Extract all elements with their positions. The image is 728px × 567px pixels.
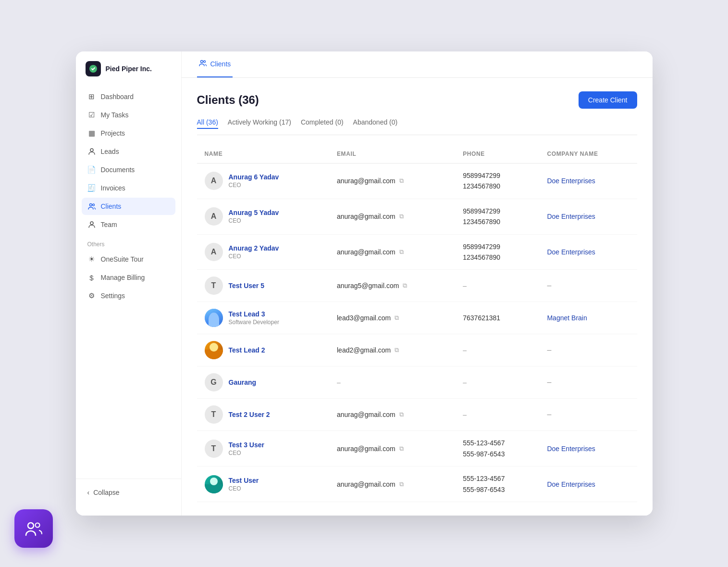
copy-email-icon[interactable]: ⧉ [395,346,399,354]
phone-cell: 555-123-4567 555-987-6543 [455,431,539,466]
copy-email-icon[interactable]: ⧉ [399,480,404,488]
phone-cell: – [455,334,539,366]
name-cell[interactable]: A Anurag 6 Yadav CEO [197,164,329,199]
svg-point-4 [90,222,93,225]
client-name[interactable]: Test User [229,477,259,484]
name-cell[interactable]: A Anurag 5 Yadav CEO [197,199,329,234]
documents-icon: 📄 [87,165,96,174]
copy-email-icon[interactable]: ⧉ [399,213,404,220]
name-cell[interactable]: A Anurag 2 Yadav CEO [197,234,329,270]
sidebar-item-team[interactable]: Team [82,216,175,233]
sidebar-label-dashboard: Dashboard [101,93,134,101]
copy-email-icon[interactable]: ⧉ [399,411,404,418]
svg-point-1 [90,149,93,151]
sidebar-item-clients[interactable]: Clients [82,198,175,215]
sidebar-item-projects[interactable]: ▦ Projects [82,125,175,142]
filter-tab-abandoned[interactable]: Abandoned (0) [353,118,398,129]
copy-email-icon[interactable]: ⧉ [403,282,407,290]
collapse-button[interactable]: ‹ Collapse [82,485,175,500]
client-name[interactable]: Test Lead 2 [229,346,265,354]
svg-point-7 [28,523,34,529]
sidebar-label-clients: Clients [101,202,122,210]
filter-tab-completed[interactable]: Completed (0) [301,118,344,129]
clients-table: NAME EMAIL PHONE COMPANY NAME A Anurag 6… [197,147,637,502]
client-role: Software Developer [229,319,279,326]
company-name: Pied Piper Inc. [106,65,152,73]
client-name[interactable]: Anurag 2 Yadav [229,244,279,252]
client-name[interactable]: Test User 5 [229,282,264,290]
client-name[interactable]: Test 2 User 2 [229,411,270,418]
client-name[interactable]: Anurag 6 Yadav [229,173,279,181]
dashboard-icon: ⊞ [87,92,96,101]
name-cell[interactable]: Test Lead 3 Software Developer [197,302,329,334]
svg-point-3 [92,204,94,206]
app-window: Pied Piper Inc. ⊞ Dashboard ☑ My Tasks ▦… [76,51,653,516]
email-cell: lead2@gmail.com ⧉ [329,334,455,366]
copy-email-icon[interactable]: ⧉ [395,314,399,322]
name-cell[interactable]: Test Lead 2 [197,334,329,366]
client-role: CEO [229,182,279,189]
phone-cell: – [455,366,539,399]
copy-email-icon[interactable]: ⧉ [399,248,404,256]
company-cell: Doe Enterprises [539,234,637,270]
name-cell[interactable]: T Test 3 User CEO [197,431,329,466]
name-cell[interactable]: Test User CEO [197,466,329,502]
clients-icon [87,202,96,211]
create-client-button[interactable]: Create Client [579,91,637,109]
my-tasks-icon: ☑ [87,111,96,119]
sidebar-item-dashboard[interactable]: ⊞ Dashboard [82,88,175,105]
sidebar-logo: Pied Piper Inc. [76,61,181,88]
copy-email-icon[interactable]: ⧉ [399,177,404,185]
company-link[interactable]: Magnet Brain [547,314,587,322]
company-link[interactable]: Doe Enterprises [547,480,595,488]
company-link[interactable]: Doe Enterprises [547,177,595,185]
sidebar-item-invoices[interactable]: 🧾 Invoices [82,179,175,197]
tab-clients[interactable]: Clients [197,51,233,77]
tab-clients-label: Clients [210,60,231,68]
name-cell[interactable]: T Test User 5 [197,270,329,302]
filter-tab-all[interactable]: All (36) [197,118,218,129]
client-name[interactable]: Anurag 5 Yadav [229,209,279,216]
phone-cell: 555-123-4567 555-987-6543 [455,466,539,502]
company-cell: Doe Enterprises [539,466,637,502]
sidebar-item-onesuite-tour[interactable]: ☀ OneSuite Tour [82,251,175,268]
client-name[interactable]: Test 3 User [229,441,264,449]
sidebar-label-team: Team [101,221,117,228]
floating-action-button[interactable] [14,509,53,548]
manage-billing-icon: $ [87,273,96,282]
sidebar-item-leads[interactable]: Leads [82,143,175,160]
company-link[interactable]: Doe Enterprises [547,213,595,220]
phone-cell: – [455,270,539,302]
sidebar-label-leads: Leads [101,148,119,155]
sidebar-item-my-tasks[interactable]: ☑ My Tasks [82,106,175,124]
email-cell: – [329,366,455,399]
phone-cell: 7637621381 [455,302,539,334]
name-cell[interactable]: G Gaurang [197,366,329,399]
company-link[interactable]: Doe Enterprises [547,445,595,453]
sidebar-item-documents[interactable]: 📄 Documents [82,161,175,178]
table-row: Test Lead 2 lead2@gmail.com ⧉ – – [197,334,637,366]
sidebar-item-manage-billing[interactable]: $ Manage Billing [82,269,175,286]
sidebar-item-settings[interactable]: ⚙ Settings [82,287,175,304]
client-name[interactable]: Test Lead 3 [229,310,279,318]
email-cell: anurag@gmail.com ⧉ [329,466,455,502]
company-link[interactable]: Doe Enterprises [547,248,595,256]
sidebar-label-projects: Projects [101,129,125,137]
avatar: T [205,440,223,458]
copy-email-icon[interactable]: ⧉ [399,445,404,453]
company-cell: – [539,334,637,366]
svg-point-5 [200,61,203,63]
main-content: Clients Clients (36) Create Client All (… [182,51,653,516]
name-cell[interactable]: T Test 2 User 2 [197,399,329,431]
filter-tab-actively-working[interactable]: Actively Working (17) [228,118,291,129]
sidebar-label-onesuite-tour: OneSuite Tour [101,255,144,263]
email-cell: anurag@gmail.com ⧉ [329,431,455,466]
avatar: A [205,243,223,261]
col-header-email: EMAIL [329,147,455,164]
client-name[interactable]: Gaurang [229,378,257,386]
avatar [205,309,223,327]
email-cell: lead3@gmail.com ⧉ [329,302,455,334]
table-row: T Test 3 User CEO anurag@gmail.com ⧉ 555… [197,431,637,466]
team-icon [87,220,96,229]
sidebar-nav: ⊞ Dashboard ☑ My Tasks ▦ Projects Leads [76,88,181,233]
